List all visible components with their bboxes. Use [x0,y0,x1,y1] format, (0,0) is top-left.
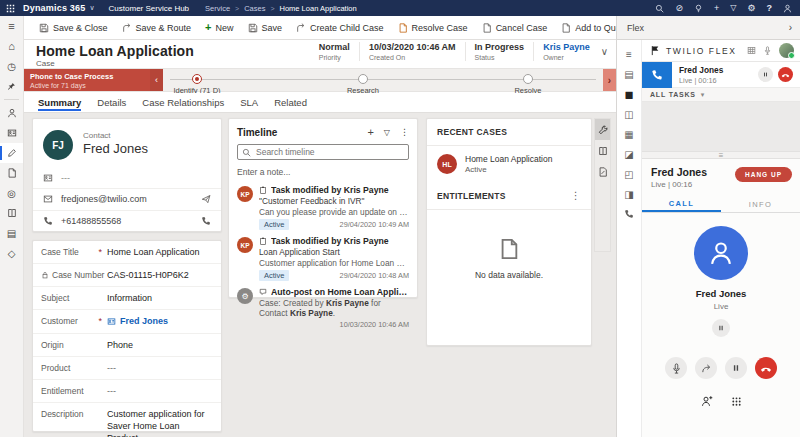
attachment-paperclip-icon[interactable] [400,168,409,177]
collapse-pane-chevron-icon[interactable]: › [789,22,792,33]
end-call-button[interactable] [755,357,777,379]
create-child-case-button[interactable]: Create Child Case [289,16,391,39]
timeline-more-icon[interactable]: ⋮ [400,127,409,137]
bpf-stage-resolve[interactable]: Resolve [483,74,573,95]
notes-tab[interactable] [595,161,610,182]
flex-queue-grid-icon[interactable] [747,46,756,55]
flex-mic-icon[interactable] [763,46,772,55]
quick-actions-icon[interactable]: ⊘ [675,4,683,13]
tab-info[interactable]: INFO [721,197,800,212]
recent-case-item[interactable]: HL Home Loan Application Active [427,146,591,182]
bpf-stage-research[interactable]: Research [318,74,408,95]
sidebar-item-accounts[interactable] [0,103,23,123]
collapse-header-chevron-icon[interactable]: ∨ [601,46,608,57]
app-name[interactable]: Customer Service Hub [109,4,189,13]
sidebar-item-activities[interactable] [0,163,23,183]
breadcrumb-cases[interactable]: Cases [244,4,265,13]
breadcrumb-current[interactable]: Home Loan Application [280,4,357,13]
field-description[interactable]: Description Customer application for Sav… [33,403,221,437]
quick-create-plus-icon[interactable]: + [714,4,719,13]
help-icon[interactable]: ? [767,4,773,13]
flex-agent-desktop-icon[interactable]: ◼ [617,84,641,104]
sidebar-item-knowledge-search[interactable]: ◎ [0,183,23,203]
phone-value[interactable]: +61488855568 [61,216,121,226]
mute-mic-button[interactable] [665,357,687,379]
timeline-entry[interactable]: ⚙ Auto-post on Home Loan Application Cas… [229,284,417,332]
flex-queues-view-icon[interactable]: ▦ [617,124,641,144]
bpf-stage-identify[interactable]: Identify (71 D) [152,74,242,95]
flex-hamburger-menu-icon[interactable]: ≡ [617,44,641,64]
knowledge-book-tab[interactable] [595,140,610,161]
save-and-route-button[interactable]: Save & Route [115,16,199,39]
flex-phone-icon[interactable] [617,204,641,224]
new-button[interactable]: +New [198,16,240,39]
tab-details[interactable]: Details [97,93,126,112]
tab-case-relationships[interactable]: Case Relationships [142,93,224,112]
waffle-icon[interactable] [6,4,15,13]
customer-link[interactable]: Fred Jones [120,315,168,327]
field-customer[interactable]: Customer* Fred Jones [33,310,221,333]
home-icon[interactable]: ⌂ [0,36,23,56]
hold-button[interactable] [758,67,773,82]
pinned-items-icon[interactable] [0,76,23,96]
search-icon[interactable] [655,4,664,13]
note-placeholder[interactable]: Enter a note... [237,167,290,177]
flex-contacts-icon[interactable]: ◰ [617,164,641,184]
sidebar-item-products[interactable]: ◇ [0,243,23,263]
breadcrumb-service[interactable]: Service [205,4,230,13]
email-value[interactable]: fredjones@twilio.com [61,194,147,204]
tools-wrench-tab[interactable] [595,119,610,140]
send-email-icon[interactable] [201,194,211,204]
contact-name[interactable]: Fred Jones [83,141,148,156]
active-task-item[interactable]: Fred Jones Live | 00:16 [642,62,800,88]
dialpad-button[interactable] [731,396,742,407]
settings-gear-icon[interactable]: ⚙ [747,4,755,13]
field-product[interactable]: Product --- [33,357,221,380]
tab-related[interactable]: Related [274,93,307,112]
sitemap-toggle-hamburger-icon[interactable]: ≡ [0,16,23,36]
flex-insights-icon[interactable]: ◪ [617,144,641,164]
cancel-case-button[interactable]: Cancel Case [475,16,555,39]
field-case-title[interactable]: Case Title* Home Loan Application [33,241,221,264]
field-entitlement[interactable]: Entitlement --- [33,380,221,403]
transfer-call-button[interactable] [695,357,717,379]
timeline-entry[interactable]: KP Task modified by Kris Payne "Customer… [229,182,417,233]
tab-summary[interactable]: Summary [38,93,81,112]
bpf-next-stage-chevron-icon[interactable]: › [603,69,616,91]
sidebar-item-knowledge-articles[interactable] [0,203,23,223]
recent-items-icon[interactable]: ◷ [0,56,23,76]
flex-task-list-icon[interactable]: ▤ [617,64,641,84]
add-participant-button[interactable] [701,395,713,407]
header-field-owner[interactable]: Kris Payne Owner [533,42,599,61]
flex-teams-view-icon[interactable]: ◫ [617,104,641,124]
sidebar-item-contacts[interactable] [0,123,23,143]
panel-drag-handle[interactable]: ≡ [642,151,800,159]
sidebar-item-dashboards[interactable]: ▤ [0,223,23,243]
field-origin[interactable]: Origin Phone [33,334,221,357]
sidebar-item-cases[interactable] [0,143,23,163]
brand-logo[interactable]: Dynamics 365 [23,3,85,13]
entitlements-more-icon[interactable]: ⋮ [571,190,581,201]
agent-avatar[interactable] [779,43,794,58]
tab-call[interactable]: CALL [642,197,721,212]
timeline-entry[interactable]: KP Task modified by Kris Payne Loan Appl… [229,233,417,284]
call-phone-icon[interactable] [201,216,211,226]
save-button[interactable]: Save [241,16,290,39]
tab-sla[interactable]: SLA [240,93,258,112]
resolve-case-button[interactable]: Resolve Case [391,16,475,39]
timeline-add-icon[interactable]: + [367,126,373,138]
user-account-icon[interactable] [783,4,792,13]
hold-participant-button[interactable] [712,319,730,337]
filter-icon[interactable]: ▽ [730,4,736,12]
hold-call-button[interactable] [725,357,747,379]
timeline-filter-icon[interactable]: ▽ [384,128,390,137]
save-and-close-button[interactable]: Save & Close [32,16,115,39]
suggestions-bulb-icon[interactable] [694,4,703,13]
hang-up-button[interactable]: HANG UP [735,167,792,182]
hangup-button[interactable] [778,67,793,82]
timeline-search-input[interactable] [237,144,409,160]
field-subject[interactable]: Subject Information [33,287,221,310]
tasks-filter-bar[interactable]: ALL TASKS ▾ [642,88,800,102]
flex-notes-icon[interactable]: ◨ [617,184,641,204]
brand-chevron-down-icon[interactable]: ∨ [89,4,94,12]
